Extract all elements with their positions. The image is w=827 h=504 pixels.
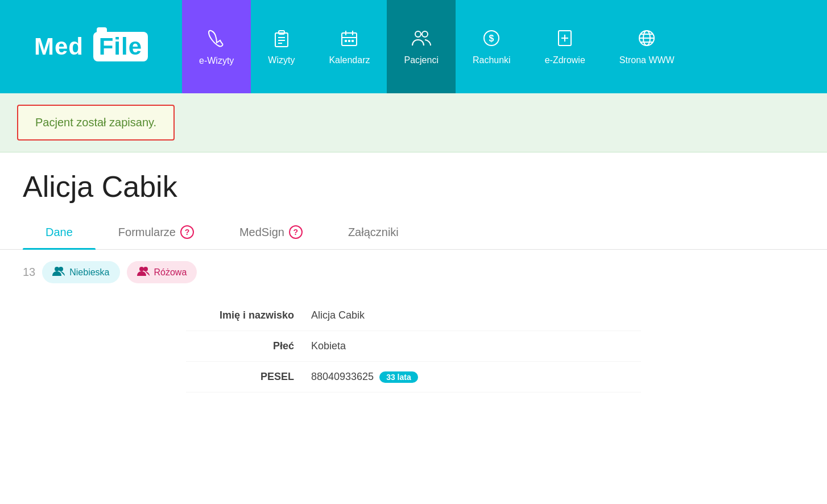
- formularze-help-icon[interactable]: ?: [180, 225, 194, 239]
- nav-item-e-wizyty[interactable]: e-Wizyty: [182, 0, 251, 93]
- label-pesel: PESEL: [186, 371, 311, 383]
- svg-point-27: [143, 267, 148, 271]
- value-plec: Kobieta: [311, 340, 346, 352]
- medical-icon: [555, 28, 574, 51]
- nav-label-e-wizyty: e-Wizyty: [199, 56, 234, 66]
- patient-data-table: Imię i nazwisko Alicja Cabik Płeć Kobiet…: [186, 300, 641, 393]
- tab-medsign[interactable]: MedSign ?: [217, 215, 325, 249]
- svg-rect-5: [342, 33, 357, 46]
- success-message-box: Pacjent został zapisany.: [17, 105, 175, 141]
- value-pesel: 88040933625 33 lata: [311, 371, 418, 383]
- nav-label-e-zdrowie: e-Zdrowie: [545, 55, 585, 65]
- svg-point-26: [139, 267, 144, 271]
- logo-file: File: [93, 32, 148, 61]
- header: Med File e-Wizyty: [0, 0, 827, 93]
- logo-area: Med File: [0, 0, 182, 93]
- group-icon-niebieska: [52, 266, 65, 279]
- calendar-icon: [340, 28, 359, 51]
- tab-label-formularze: Formularze: [118, 226, 176, 239]
- pesel-number: 88040933625: [311, 371, 374, 383]
- svg-point-13: [422, 31, 428, 37]
- group-icon-rozowa: [137, 266, 150, 279]
- content-area: 13 Niebieska: [0, 250, 827, 404]
- nav-label-rachunki: Rachunki: [473, 55, 511, 65]
- globe-icon: [637, 28, 656, 51]
- nav-label-wizyty: Wizyty: [268, 55, 295, 65]
- nav-item-strona-www[interactable]: Strona WWW: [602, 0, 692, 93]
- value-imie-nazwisko: Alicja Cabik: [311, 309, 365, 321]
- svg-rect-9: [345, 40, 347, 42]
- nav-label-kalendarz: Kalendarz: [329, 55, 370, 65]
- people-icon: [410, 28, 433, 51]
- nav-item-pacjenci[interactable]: Pacjenci: [387, 0, 455, 93]
- tab-zalaczniki[interactable]: Załączniki: [325, 216, 421, 249]
- data-row-name: Imię i nazwisko Alicja Cabik: [186, 300, 641, 331]
- group-tag-rozowa[interactable]: Różowa: [127, 261, 197, 283]
- patient-name: Alicja Cabik: [23, 170, 804, 204]
- svg-point-25: [59, 267, 63, 271]
- group-label-niebieska: Niebieska: [69, 267, 109, 278]
- label-imie-nazwisko: Imię i nazwisko: [186, 309, 311, 321]
- nav-label-pacjenci: Pacjenci: [404, 55, 438, 65]
- tabs-row: Dane Formularze ? MedSign ? Załączniki: [0, 215, 827, 250]
- main-content: Pacjent został zapisany. Alicja Cabik Da…: [0, 93, 827, 404]
- medsign-help-icon[interactable]: ?: [289, 225, 303, 239]
- tab-formularze[interactable]: Formularze ?: [96, 215, 217, 249]
- main-nav: e-Wizyty Wizyty: [182, 0, 827, 93]
- svg-text:$: $: [489, 34, 494, 43]
- logo-med: Med: [34, 33, 84, 60]
- success-message-text: Pacjent został zapisany.: [35, 116, 156, 129]
- group-tag-niebieska[interactable]: Niebieska: [42, 261, 119, 283]
- group-label-rozowa: Różowa: [154, 267, 187, 278]
- tab-dane[interactable]: Dane: [23, 216, 96, 249]
- svg-rect-10: [348, 40, 350, 42]
- data-row-pesel: PESEL 88040933625 33 lata: [186, 362, 641, 393]
- nav-item-kalendarz[interactable]: Kalendarz: [312, 0, 387, 93]
- dollar-icon: $: [482, 28, 501, 51]
- group-number: 13: [23, 266, 35, 279]
- data-row-plec: Płeć Kobieta: [186, 331, 641, 362]
- label-plec: Płeć: [186, 340, 311, 352]
- app-logo[interactable]: Med File: [34, 32, 148, 61]
- svg-rect-11: [352, 40, 354, 42]
- svg-point-12: [415, 31, 421, 37]
- nav-item-e-zdrowie[interactable]: e-Zdrowie: [528, 0, 602, 93]
- tab-label-dane: Dane: [46, 226, 73, 239]
- tab-label-medsign: MedSign: [239, 226, 284, 239]
- clipboard-icon: [272, 28, 291, 51]
- svg-point-24: [55, 267, 59, 271]
- tab-label-zalaczniki: Załączniki: [348, 226, 399, 239]
- patient-name-section: Alicja Cabik: [0, 152, 827, 209]
- groups-row: 13 Niebieska: [23, 261, 804, 283]
- nav-item-wizyty[interactable]: Wizyty: [251, 0, 312, 93]
- nav-item-rachunki[interactable]: $ Rachunki: [456, 0, 528, 93]
- nav-label-strona-www: Strona WWW: [619, 55, 675, 65]
- age-badge: 33 lata: [379, 371, 418, 383]
- success-banner: Pacjent został zapisany.: [0, 93, 827, 152]
- phone-icon: [206, 28, 227, 51]
